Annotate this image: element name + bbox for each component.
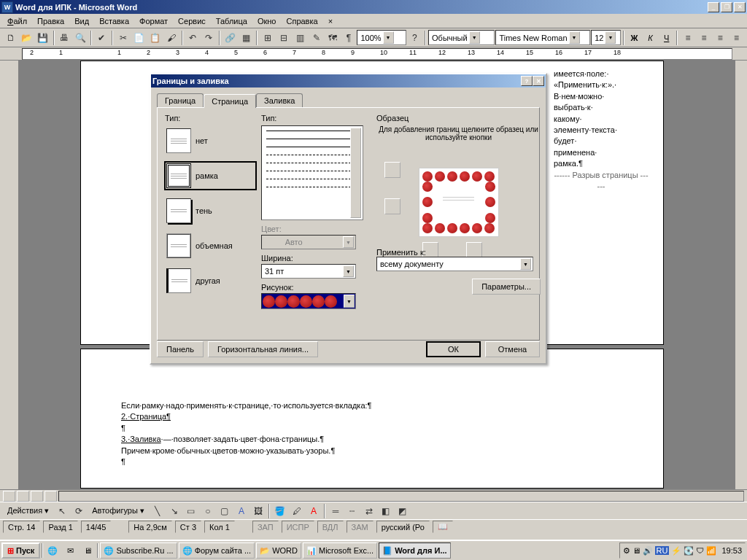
- type-custom[interactable]: другая: [165, 267, 256, 295]
- excel-button[interactable]: ⊟: [276, 30, 292, 46]
- columns-button[interactable]: ▥: [293, 30, 308, 46]
- help-button[interactable]: ?: [407, 30, 422, 46]
- status-rec[interactable]: ЗАП: [252, 521, 279, 533]
- spell-button[interactable]: ✔: [94, 30, 109, 46]
- task-excel[interactable]: 📊 Microsoft Exc...: [303, 542, 377, 559]
- font-color-button[interactable]: A: [306, 503, 322, 519]
- menu-file[interactable]: Файл: [3, 15, 31, 27]
- status-book-icon[interactable]: 📖: [433, 521, 453, 533]
- wordart-button[interactable]: A: [233, 503, 249, 519]
- draw-actions-menu[interactable]: Действия ▾: [3, 505, 53, 517]
- hyperlink-button[interactable]: 🔗: [222, 30, 238, 46]
- horizontal-ruler[interactable]: 2 1 1 2 3 4 5 6 7 8 9 10 11 12 13 14 15 …: [0, 47, 747, 61]
- drawing-button[interactable]: ✎: [309, 30, 324, 46]
- tray-icon[interactable]: 💽: [684, 546, 694, 556]
- task-forum[interactable]: 🌐 Форум сайта ...: [179, 542, 255, 559]
- restore-button[interactable]: ❐: [721, 2, 732, 12]
- dialog-help-button[interactable]: ?: [521, 76, 533, 86]
- tray-icon[interactable]: 🛡: [696, 546, 704, 555]
- align-center-button[interactable]: ≡: [696, 30, 711, 46]
- undo-button[interactable]: ↶: [185, 30, 201, 46]
- docmap-button[interactable]: 🗺: [325, 30, 340, 46]
- textbox-button[interactable]: ▢: [217, 503, 233, 519]
- status-trk[interactable]: ИСПР: [282, 521, 314, 533]
- task-subscribe[interactable]: 🌐 Subscribe.Ru ...: [100, 542, 177, 559]
- align-justify-button[interactable]: ≡: [729, 30, 744, 46]
- line-button[interactable]: ╲: [150, 503, 166, 519]
- menu-view[interactable]: Вид: [70, 15, 93, 27]
- quick-oe-icon[interactable]: ✉: [62, 542, 78, 559]
- line-style-button[interactable]: ═: [328, 503, 344, 519]
- format-painter-button[interactable]: 🖌: [164, 30, 179, 46]
- zoom-combo[interactable]: 100%▼: [357, 30, 406, 45]
- type-box[interactable]: рамка: [165, 162, 256, 190]
- tray-icon[interactable]: ⚙: [623, 546, 630, 556]
- new-button[interactable]: 🗋: [3, 30, 18, 46]
- 3d-button[interactable]: ◩: [395, 503, 411, 519]
- task-word-folder[interactable]: 📂 WORD: [256, 542, 301, 559]
- tray-icon[interactable]: 📶: [706, 546, 716, 556]
- ok-button[interactable]: ОК: [426, 341, 481, 357]
- type-shadow[interactable]: тень: [165, 197, 256, 225]
- outline-view-button[interactable]: [44, 491, 57, 502]
- web-view-button[interactable]: [17, 491, 29, 502]
- vertical-scrollbar[interactable]: [735, 61, 747, 489]
- clipart-button[interactable]: 🖼: [250, 503, 266, 519]
- show-marks-button[interactable]: ¶: [341, 30, 356, 46]
- close-button[interactable]: ✕: [734, 2, 746, 12]
- font-combo[interactable]: Times New Roman▼: [495, 30, 590, 45]
- type-none[interactable]: нет: [165, 127, 256, 155]
- shadow-button[interactable]: ◧: [378, 503, 394, 519]
- tab-page[interactable]: Страница: [204, 94, 256, 108]
- copy-button[interactable]: 📄: [131, 30, 147, 46]
- line-style-list[interactable]: [261, 125, 363, 220]
- bold-button[interactable]: Ж: [627, 30, 642, 46]
- options-button[interactable]: Параметры...: [472, 279, 541, 295]
- normal-view-button[interactable]: [3, 491, 15, 502]
- system-tray[interactable]: ⚙ 🖥 🔊 RU ⚡ 💽 🛡 📶 19:53: [619, 542, 746, 559]
- tray-icon[interactable]: 🔊: [643, 546, 653, 556]
- dialog-close-button[interactable]: ✕: [533, 76, 544, 86]
- preview-button[interactable]: 🔍: [73, 30, 88, 46]
- menu-window[interactable]: Окно: [253, 15, 281, 27]
- minimize-button[interactable]: _: [708, 2, 719, 12]
- tray-icon[interactable]: 🖥: [632, 546, 640, 555]
- open-button[interactable]: 📂: [19, 30, 34, 46]
- vertical-ruler[interactable]: [0, 61, 19, 489]
- align-right-button[interactable]: ≡: [713, 30, 728, 46]
- print-button[interactable]: 🖶: [57, 30, 72, 46]
- select-objects-button[interactable]: ↖: [54, 503, 70, 519]
- art-combo[interactable]: ▼: [261, 293, 356, 309]
- menu-tools[interactable]: Сервис: [174, 15, 210, 27]
- tab-border[interactable]: Граница: [157, 93, 204, 107]
- rotate-button[interactable]: ⟳: [71, 503, 87, 519]
- style-combo[interactable]: Обычный▼: [428, 30, 495, 45]
- autoshapes-menu[interactable]: Автофигуры ▾: [88, 505, 149, 517]
- start-button[interactable]: ⊞ Пуск: [1, 542, 40, 559]
- quick-desktop-icon[interactable]: 🖥: [80, 542, 96, 559]
- tab-fill[interactable]: Заливка: [256, 93, 303, 107]
- line-color-button[interactable]: 🖊: [289, 503, 305, 519]
- width-combo[interactable]: 31 пт▼: [261, 264, 356, 279]
- rect-button[interactable]: ▭: [183, 503, 199, 519]
- paste-button[interactable]: 📋: [147, 30, 163, 46]
- task-word-doc[interactable]: 📘 Word для И...: [379, 542, 450, 559]
- oval-button[interactable]: ○: [200, 503, 216, 519]
- underline-button[interactable]: Ч: [659, 30, 674, 46]
- horizontal-scrollbar[interactable]: [58, 491, 744, 502]
- dash-style-button[interactable]: ┄: [344, 503, 360, 519]
- border-top-toggle[interactable]: [384, 162, 400, 178]
- print-view-button[interactable]: [31, 491, 43, 502]
- tray-icon[interactable]: ⚡: [671, 546, 681, 556]
- preview-page[interactable]: [419, 168, 499, 237]
- arrow-button[interactable]: ↘: [166, 503, 182, 519]
- table-insert-button[interactable]: ⊞: [260, 30, 275, 46]
- quick-ie-icon[interactable]: 🌐: [44, 542, 61, 559]
- status-lang[interactable]: русский (Ро: [376, 521, 430, 533]
- show-toolbar-button[interactable]: Панель: [157, 341, 204, 357]
- apply-to-combo[interactable]: всему документу▼: [376, 257, 533, 271]
- dialog-titlebar[interactable]: Границы и заливка ? ✕: [151, 74, 546, 88]
- size-combo[interactable]: 12▼: [591, 30, 621, 45]
- tray-clock[interactable]: 19:53: [721, 546, 742, 555]
- status-ovr[interactable]: ЗАМ: [347, 521, 374, 533]
